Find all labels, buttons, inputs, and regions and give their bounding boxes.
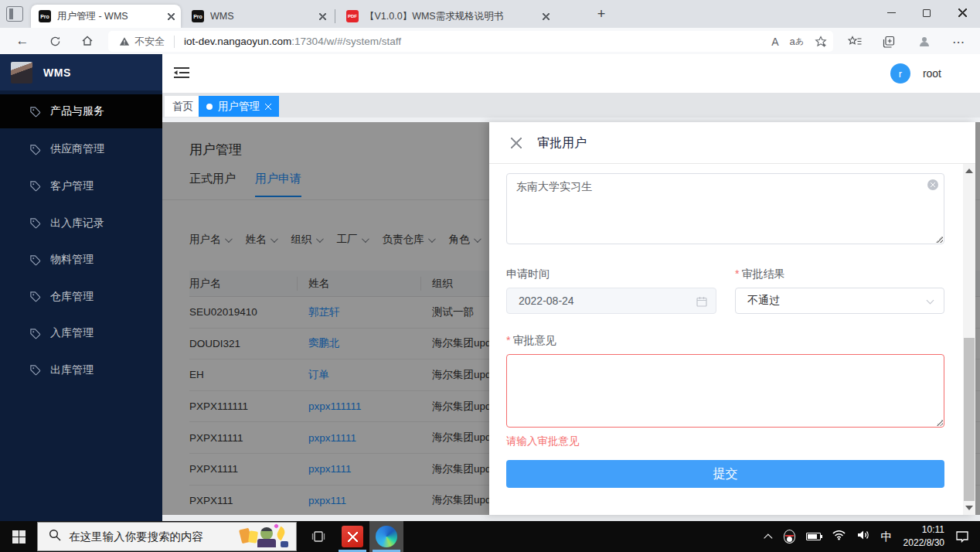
system-tray: 中 10:11 2022/8/30 [767,523,980,550]
browser-menu-icon[interactable]: ⋯ [948,32,969,52]
textarea-resize-handle[interactable] [935,418,943,426]
volume-icon[interactable] [857,530,870,543]
drawer-scrollbar[interactable] [963,164,975,515]
notification-center-icon[interactable] [955,530,969,543]
url-divider [174,36,175,48]
clear-input-icon[interactable] [927,179,938,190]
task-view-icon[interactable] [301,521,335,552]
sidebar-logo: WMS [0,54,162,90]
url-field[interactable]: 不安全 iot-dev.nangaoyun.com:17304/w/#/syst… [108,31,833,52]
opinion-label: *审批意见 [506,334,556,348]
tab-close-icon[interactable] [319,13,326,20]
opinion-textarea[interactable] [506,354,944,428]
sidebar-item[interactable]: 仓库管理 [0,278,162,315]
refresh-icon[interactable] [43,30,66,52]
app-header: r root [162,54,980,93]
sidebar-item[interactable]: 出入库记录 [0,205,162,242]
add-favorite-icon[interactable] [815,36,827,48]
logo-avatar [11,62,32,83]
page-tab-home[interactable]: 首页 [165,96,201,117]
browser-tab[interactable]: Pro 用户管理 - WMS [31,5,181,28]
tag-icon [29,144,41,155]
window-close-button[interactable] [944,0,980,26]
tab-close-icon[interactable] [543,13,550,20]
hidden-icons-chevron[interactable] [764,533,772,542]
tab-favicon-pro: Pro [192,10,204,22]
browser-profile-icon[interactable] [914,32,935,52]
favorites-hub-icon[interactable] [844,32,866,52]
security-label: 不安全 [134,35,165,49]
scroll-up-icon[interactable] [965,169,973,173]
user-name: root [923,67,941,80]
sidebar-item[interactable]: 产品与服务 [0,94,162,128]
result-select[interactable]: 不通过 [735,288,944,314]
tag-icon [29,291,41,302]
search-highlight-sticker[interactable] [239,524,293,550]
screen: Pro 用户管理 - WMS Pro WMS PDF 【V1.0.0】WMS需求… [0,0,980,552]
home-icon[interactable] [76,30,99,52]
page-tab-active[interactable]: 用户管理 [199,96,279,117]
logo-text: WMS [43,66,71,79]
sidebar-item[interactable]: 入库管理 [0,315,162,353]
tag-icon [29,364,41,376]
tag-icon [29,254,41,266]
security-warning[interactable]: 不安全 [119,35,165,49]
browser-tab[interactable]: Pro WMS [184,5,332,28]
edge-browser-icon[interactable] [369,521,403,552]
apply-time-input[interactable]: 2022-08-24 [506,288,716,314]
sidebar-item-label: 供应商管理 [50,142,104,156]
active-dot-icon [206,104,213,110]
scrollbar-thumb[interactable] [964,338,975,501]
sidebar-item[interactable]: 物料管理 [0,241,162,278]
window-maximize-button[interactable] [909,0,944,26]
scroll-down-icon[interactable] [965,506,973,510]
sidebar-item-label: 出库管理 [50,363,94,377]
tab-separator [335,9,335,23]
tag-icon [29,217,41,229]
tab-title: WMS [210,11,311,22]
sidebar-item-label: 物料管理 [50,253,94,267]
new-tab-button[interactable]: + [592,5,611,24]
result-value: 不通过 [747,294,780,308]
battery-icon[interactable] [806,533,821,540]
approve-user-drawer: 审批用户 申请时间 *审批结果 2022-08-24 不通过 *审批意见 请输入… [489,122,975,515]
start-button[interactable] [0,521,37,552]
window-minimize-button[interactable] [873,0,909,26]
clock-time: 10:11 [903,523,944,537]
tray-clock[interactable]: 10:11 2022/8/30 [903,523,944,550]
windows-logo-icon [12,530,26,543]
back-icon[interactable]: ← [11,30,34,52]
taskbar-search-box[interactable]: 在这里输入你要搜索的内容 [37,522,297,551]
page-tab-label: 用户管理 [218,100,260,114]
tab-actions-icon[interactable] [6,6,23,22]
collections-icon[interactable] [878,32,900,52]
tag-icon [29,180,41,192]
read-aloud-icon[interactable]: A [771,36,778,48]
sidebar-item[interactable]: 客户管理 [0,168,162,205]
tab-close-icon[interactable] [168,13,175,20]
tag-icon [29,106,41,118]
sidebar-item[interactable]: 供应商管理 [0,131,162,169]
submit-button[interactable]: 提交 [506,460,944,488]
description-textarea[interactable] [506,173,944,244]
page-tab-close-icon[interactable] [265,104,271,110]
sidebar-item-label: 客户管理 [50,179,94,193]
url-text: iot-dev.nangaoyun.com:17304/w/#/system/s… [184,36,401,47]
windows-taskbar: 在这里输入你要搜索的内容 [0,521,980,552]
content-bottom-strip [162,515,980,521]
ime-indicator[interactable]: 中 [881,530,893,544]
translate-icon[interactable]: aあ [790,36,805,47]
browser-tab[interactable]: PDF 【V1.0.0】WMS需求规格说明书 [339,5,584,28]
qq-tray-icon[interactable] [784,530,795,543]
tab-favicon-pro: Pro [39,10,51,22]
search-placeholder: 在这里输入你要搜索的内容 [69,530,203,544]
collapse-menu-icon[interactable] [173,65,190,83]
redx-app-icon[interactable] [335,521,369,552]
required-asterisk: * [506,334,510,346]
header-user[interactable]: r root [890,63,941,83]
textarea-resize-handle[interactable] [935,235,943,243]
drawer-close-icon[interactable] [511,138,522,148]
sidebar-item[interactable]: 出库管理 [0,352,162,389]
user-avatar[interactable]: r [890,63,910,83]
wifi-icon[interactable] [832,530,846,543]
